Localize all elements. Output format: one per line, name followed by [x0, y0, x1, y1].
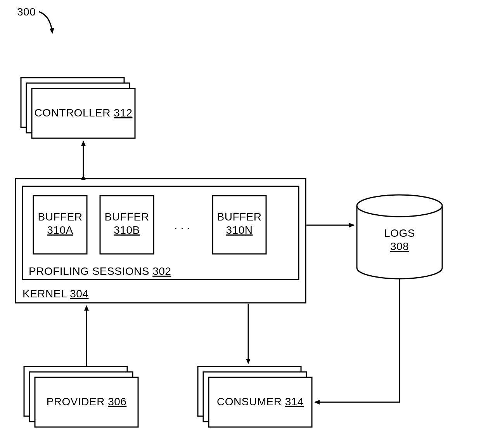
controller-block: CONTROLLER 312	[21, 78, 135, 138]
buffer-n-label: BUFFER	[217, 211, 262, 223]
svg-text:CONTROLLER
       
      312: CONTROLLER 312	[35, 107, 133, 119]
consumer-ref: 314	[285, 396, 304, 408]
svg-point-19	[357, 195, 442, 217]
figure-ref-arrow	[39, 12, 52, 33]
profiling-ref: 302	[152, 265, 171, 277]
buffer-n: BUFFER 310N	[213, 196, 266, 254]
controller-ref: 312	[114, 107, 132, 119]
buffer-b-label: BUFFER	[105, 211, 149, 223]
kernel-label: KERNEL	[22, 288, 67, 300]
buffer-a: BUFFER 310A	[33, 196, 87, 254]
provider-ref: 306	[108, 396, 126, 408]
svg-text:PROVIDER
       
      306: PROVIDER 306	[47, 396, 127, 408]
diagram-canvas: 300 CONTROLLER 312 KERNEL 304 PROFILING …	[0, 0, 481, 448]
profiling-label: PROFILING SESSIONS	[29, 265, 149, 277]
svg-text:PROFILING SESSIONS
         
 : PROFILING SESSIONS 302	[29, 265, 171, 277]
buffer-ellipsis: . . .	[174, 219, 190, 231]
buffer-a-ref: 310A	[47, 224, 73, 236]
logs-ref: 308	[390, 240, 409, 252]
profiling-sessions-block: PROFILING SESSIONS 302 BUFFER 310A BUFFE…	[22, 186, 299, 280]
kernel-ref: 304	[70, 288, 88, 300]
consumer-label: CONSUMER	[217, 396, 282, 408]
buffer-b-ref: 310B	[114, 224, 140, 236]
logs-label: LOGS	[384, 227, 415, 239]
kernel-block: KERNEL 304 PROFILING SESSIONS 302 BUFFER…	[16, 179, 306, 303]
buffer-n-ref: 310N	[226, 224, 253, 236]
svg-text:KERNEL
       
      304: KERNEL 304	[22, 288, 89, 300]
provider-block: PROVIDER 306	[24, 366, 138, 427]
svg-text:CONSUMER
       
      314: CONSUMER 314	[217, 396, 304, 408]
buffer-b: BUFFER 310B	[100, 196, 154, 254]
consumer-block: CONSUMER 314	[198, 366, 312, 427]
provider-label: PROVIDER	[47, 396, 105, 408]
controller-label: CONTROLLER	[35, 107, 111, 119]
figure-ref-label: 300	[17, 6, 36, 18]
arrow-logs-consumer	[315, 279, 400, 402]
logs-cylinder: LOGS 308	[357, 195, 442, 279]
buffer-a-label: BUFFER	[38, 211, 83, 223]
